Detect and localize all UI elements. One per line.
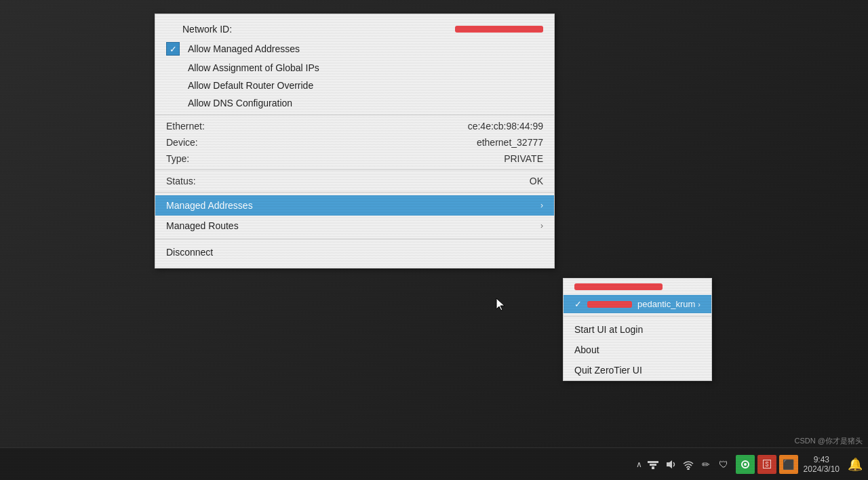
ethernet-label: Ethernet: <box>166 121 205 132</box>
desktop: Network ID: ✓ Allow Managed Addresses Al… <box>0 0 868 480</box>
shield-tray-icon[interactable]: 🛡 <box>717 458 730 471</box>
managed-addresses-label: Managed Addresses <box>166 200 253 211</box>
tray-apps: 🅂 ⬛ <box>736 455 798 474</box>
system-tray: ∧ <box>636 458 730 471</box>
type-value: PRIVATE <box>504 153 543 164</box>
network-tray-icon[interactable] <box>646 458 660 471</box>
status-value: OK <box>530 176 543 186</box>
app-tray-icon-1[interactable]: 🅂 <box>757 455 776 474</box>
network-id-value-redacted <box>455 26 543 33</box>
type-row: Type: PRIVATE <box>155 151 554 167</box>
svg-rect-1 <box>650 464 656 466</box>
quit-item[interactable]: Quit ZeroTier UI <box>564 360 711 380</box>
network-id-label: Network ID: <box>182 24 232 35</box>
disconnect-label: Disconnect <box>166 247 213 258</box>
device-label: Device: <box>166 137 198 148</box>
tray-chevron-icon[interactable]: ∧ <box>636 460 642 469</box>
tray-network-arrow-icon: › <box>698 300 701 308</box>
quit-label: Quit ZeroTier UI <box>574 365 642 376</box>
type-label: Type: <box>166 153 189 164</box>
taskbar: ∧ <box>0 447 868 480</box>
network-id-row: Network ID: <box>155 20 554 39</box>
watermark: CSDN @你才是猪头 <box>795 436 863 446</box>
disconnect-item[interactable]: Disconnect <box>155 242 554 262</box>
mouse-cursor <box>495 297 507 312</box>
managed-routes-item[interactable]: Managed Routes › <box>155 216 554 236</box>
managed-addresses-arrow-icon: › <box>540 201 543 210</box>
svg-rect-2 <box>648 461 658 463</box>
notification-icon[interactable]: 🔔 <box>848 457 863 472</box>
tray-divider-1 <box>564 316 711 317</box>
ethernet-value: ce:4e:cb:98:44:99 <box>468 121 543 132</box>
svg-marker-3 <box>667 460 672 468</box>
allow-managed-row[interactable]: ✓ Allow Managed Addresses <box>155 39 554 59</box>
tray-context-menu: ✓ pedantic_krum › Start UI at Login Abou… <box>563 278 712 381</box>
allow-router-override-option[interactable]: Allow Default Router Override <box>155 77 554 94</box>
start-ui-login-item[interactable]: Start UI at Login <box>564 319 711 340</box>
managed-routes-arrow-icon: › <box>540 221 543 231</box>
tray-network-name: pedantic_krum <box>637 299 695 309</box>
divider-4 <box>155 239 554 239</box>
join-network-id-redacted <box>574 283 663 290</box>
managed-addresses-item[interactable]: Managed Addresses › <box>155 195 554 216</box>
allow-global-ips-option[interactable]: Allow Assignment of Global IPs <box>155 59 554 77</box>
tray-network-id-redacted <box>587 301 632 308</box>
svg-point-4 <box>688 468 689 470</box>
about-item[interactable]: About <box>564 340 711 360</box>
clock[interactable]: 9:43 2024/3/10 <box>804 455 840 474</box>
ethernet-row: Ethernet: ce:4e:cb:98:44:99 <box>155 118 554 134</box>
divider-1 <box>155 115 554 115</box>
device-value: ethernet_32777 <box>477 137 543 148</box>
status-label: Status: <box>166 176 196 186</box>
active-network-item[interactable]: ✓ pedantic_krum › <box>564 295 711 313</box>
network-check-icon: ✓ <box>574 299 582 309</box>
check-icon: ✓ <box>170 45 177 54</box>
managed-routes-label: Managed Routes <box>166 220 239 231</box>
volume-tray-icon[interactable] <box>664 458 677 471</box>
clock-date: 2024/3/10 <box>804 464 840 474</box>
wifi-tray-icon[interactable] <box>682 458 695 471</box>
allow-managed-label: Allow Managed Addresses <box>188 43 300 54</box>
svg-rect-0 <box>652 466 654 469</box>
divider-2 <box>155 169 554 170</box>
allow-dns-option[interactable]: Allow DNS Configuration <box>155 94 554 112</box>
device-row: Device: ethernet_32777 <box>155 134 554 151</box>
clock-time: 9:43 <box>814 455 829 464</box>
zerotier-tray-icon[interactable] <box>736 455 755 474</box>
about-label: About <box>574 344 599 355</box>
divider-3 <box>155 192 554 193</box>
status-row: Status: OK <box>155 173 554 189</box>
join-network-item[interactable] <box>564 279 711 295</box>
network-panel: Network ID: ✓ Allow Managed Addresses Al… <box>155 14 555 268</box>
app-tray-icon-2[interactable]: ⬛ <box>779 455 798 474</box>
allow-managed-checkbox[interactable]: ✓ <box>166 42 180 56</box>
pen-tray-icon[interactable]: ✏ <box>699 458 713 471</box>
svg-point-6 <box>744 463 747 466</box>
start-ui-label: Start UI at Login <box>574 324 643 335</box>
